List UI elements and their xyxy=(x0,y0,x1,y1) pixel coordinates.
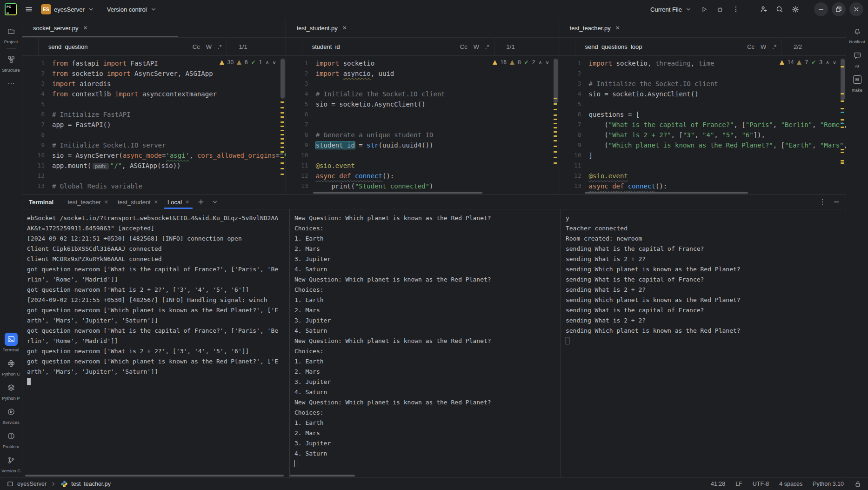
status-item[interactable]: 4 spaces xyxy=(779,481,802,487)
debug-button[interactable] xyxy=(714,3,727,16)
line-number: 5 xyxy=(286,99,316,109)
line-number: 12 xyxy=(286,171,316,181)
more-actions-kebab-icon[interactable] xyxy=(729,3,742,16)
terminal-tab-dropdown-icon[interactable] xyxy=(208,195,222,209)
error-stripe[interactable] xyxy=(553,56,558,195)
terminal-line: sending What is the capital of France? xyxy=(566,305,846,315)
find-bar: student_id Cc W .* 1/1 xyxy=(286,37,559,56)
words-button[interactable]: W xyxy=(474,43,479,50)
terminal-tab[interactable]: Local✕ xyxy=(163,195,194,209)
tab-close-icon[interactable]: ✕ xyxy=(615,25,620,31)
terminal-output[interactable]: ebSocket /socket.io/?transport=websocket… xyxy=(22,209,289,477)
terminal-cursor xyxy=(27,378,31,385)
tab-close-icon[interactable]: ✕ xyxy=(83,25,88,31)
code-editor[interactable]: 1import socketio2import asyncio, uuid34#… xyxy=(286,56,559,195)
terminal-line: Choices: xyxy=(294,285,561,295)
tool-strip-item-terminal[interactable]: Terminal xyxy=(0,330,22,355)
tool-strip-item-python-packages[interactable]: Python P xyxy=(0,379,22,403)
vcs-widget[interactable]: Version control xyxy=(107,6,157,13)
breadcrumb-file[interactable]: test_teacher.py xyxy=(71,481,111,487)
next-problem-chevron-icon[interactable]: ∨ xyxy=(273,60,276,66)
terminal-options-kebab-icon[interactable] xyxy=(819,198,826,206)
settings-gear-icon[interactable] xyxy=(789,3,802,16)
match-case-button[interactable]: Cc xyxy=(747,43,754,50)
window-minimize-button[interactable] xyxy=(814,2,828,16)
code-editor[interactable]: 1import socketio, threading, time23# Ini… xyxy=(559,56,846,195)
terminal-output[interactable]: yTeacher connectedRoom created: newrooms… xyxy=(561,209,846,477)
tool-strip-item-version-control[interactable]: Version C xyxy=(0,451,22,476)
terminal-tab[interactable]: test_student✕ xyxy=(113,195,163,209)
expand-replace-chevron-icon[interactable] xyxy=(559,38,575,55)
terminal-tab-close-icon[interactable]: ✕ xyxy=(154,199,158,205)
terminal-hide-icon[interactable] xyxy=(833,198,840,206)
tool-strip-item-python-console[interactable]: Python C xyxy=(0,355,22,379)
inspections-widget[interactable]: 14 7 ✓3 ∧ ∨ xyxy=(780,59,836,66)
tool-strip-item-problems[interactable]: Problem xyxy=(0,427,22,451)
horizontal-scrollbar[interactable] xyxy=(25,475,284,477)
search-input[interactable]: send_question xyxy=(48,43,88,50)
tool-strip-item-services[interactable]: Services xyxy=(0,403,22,427)
terminal-line: got question newroom ['What is 2 + 2?', … xyxy=(27,285,289,295)
next-problem-chevron-icon[interactable]: ∨ xyxy=(546,60,549,66)
code-with-me-icon[interactable] xyxy=(757,3,770,16)
status-item[interactable]: 41:28 xyxy=(711,481,725,487)
match-counter: 1/1 xyxy=(494,38,527,55)
prev-problem-chevron-icon[interactable]: ∧ xyxy=(538,60,542,66)
window-restore-button[interactable] xyxy=(832,2,846,16)
project-widget[interactable]: ES eyesServer xyxy=(41,4,95,14)
prev-problem-chevron-icon[interactable]: ∧ xyxy=(266,60,269,66)
window-close-button[interactable] xyxy=(849,2,863,16)
line-number: 1 xyxy=(22,58,52,68)
match-case-button[interactable]: Cc xyxy=(193,43,200,50)
horizontal-scrollbar[interactable] xyxy=(290,475,355,477)
new-terminal-tab-button[interactable] xyxy=(194,195,208,209)
prev-problem-chevron-icon[interactable]: ∧ xyxy=(826,60,829,66)
terminal-output[interactable]: New Question: Which planet is known as t… xyxy=(289,209,561,477)
regex-button[interactable]: .* xyxy=(772,43,776,50)
editor-tab[interactable]: socket_server.py ✕ xyxy=(26,19,92,37)
editor-tab[interactable]: test_teacher.py ✕ xyxy=(563,19,624,37)
terminal-tab-close-icon[interactable]: ✕ xyxy=(104,199,108,205)
inspections-widget[interactable]: 30 6 ✓1 ∧ ∨ xyxy=(220,59,276,66)
words-button[interactable]: W xyxy=(761,43,766,50)
status-item[interactable]: LF xyxy=(735,481,742,487)
horizontal-scrollbar[interactable] xyxy=(585,192,748,194)
regex-button[interactable]: .* xyxy=(485,43,489,50)
code-line: 13 print("Student connected") xyxy=(286,181,559,191)
terminal-tab-close-icon[interactable]: ✕ xyxy=(185,199,189,205)
horizontal-scrollbar[interactable] xyxy=(313,192,482,194)
inspections-widget[interactable]: 16 8 ✓2 ∧ ∨ xyxy=(493,59,549,66)
terminal-tab-label: test_student xyxy=(118,199,151,206)
next-problem-chevron-icon[interactable]: ∨ xyxy=(833,60,836,66)
breadcrumb-project[interactable]: eyesServer xyxy=(17,481,47,487)
match-case-button[interactable]: Cc xyxy=(460,43,467,50)
expand-replace-chevron-icon[interactable] xyxy=(22,38,39,55)
search-everywhere-icon[interactable] xyxy=(773,3,786,16)
error-stripe[interactable] xyxy=(280,56,285,195)
editor-tab[interactable]: test_student.py ✕ xyxy=(290,19,351,37)
tool-strip-item-make[interactable]: Mmake xyxy=(846,71,868,95)
lock-open-icon[interactable] xyxy=(854,480,861,488)
tool-strip-item-project[interactable]: Project xyxy=(0,22,22,47)
status-item[interactable]: Python 3.10 xyxy=(813,481,844,487)
tool-strip-item-more-tools[interactable] xyxy=(0,75,22,93)
tool-strip-item-notifications[interactable]: Notificat xyxy=(846,22,868,47)
status-item[interactable]: UTF-8 xyxy=(753,481,769,487)
tool-strip-item-structure[interactable]: Structure xyxy=(0,51,22,75)
tool-strip-item-ai-assistant[interactable]: AI xyxy=(846,47,868,71)
terminal-line: New Question: Which planet is known as t… xyxy=(294,397,561,408)
words-button[interactable]: W xyxy=(206,43,212,50)
line-number: 6 xyxy=(559,109,589,120)
terminal-line: 2. Mars xyxy=(294,244,561,254)
terminal-tab[interactable]: test_teacher✕ xyxy=(63,195,113,209)
run-button[interactable] xyxy=(698,3,711,16)
search-input[interactable]: student_id xyxy=(312,43,340,50)
code-editor[interactable]: 1from fastapi import FastAPI2from socket… xyxy=(22,56,286,195)
search-input[interactable]: send_questions_loop xyxy=(585,43,642,50)
run-config-selector[interactable]: Current File xyxy=(650,6,692,13)
tab-close-icon[interactable]: ✕ xyxy=(342,25,347,31)
regex-button[interactable]: .* xyxy=(218,43,222,50)
error-stripe[interactable] xyxy=(840,56,845,195)
expand-replace-chevron-icon[interactable] xyxy=(286,38,302,55)
main-menu-hamburger-icon[interactable] xyxy=(22,3,35,16)
